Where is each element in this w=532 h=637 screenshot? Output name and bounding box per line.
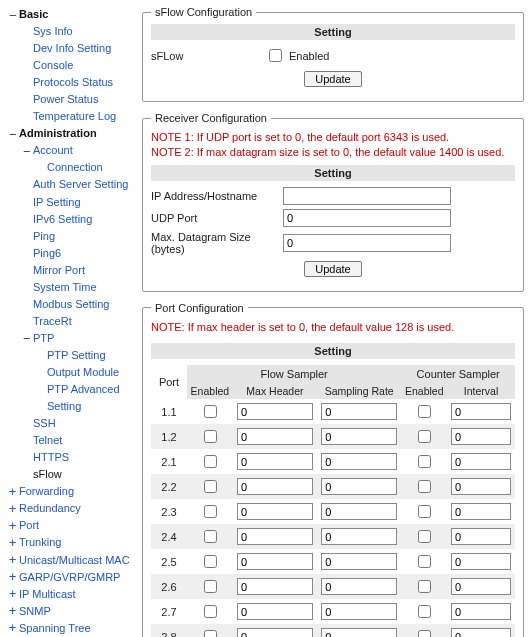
sidebar-item-ptp-setting[interactable]: PTP Setting [36,347,138,364]
receiver-update-button[interactable]: Update [304,261,361,277]
sidebar-item-ptp-advanced-setting[interactable]: PTP Advanced Setting [36,381,138,415]
expand-icon[interactable]: + [8,622,17,634]
sampling-rate-input[interactable] [321,603,397,620]
sidebar-item-administration[interactable]: Administration [19,125,97,142]
flow-enabled-checkbox[interactable] [204,430,217,443]
expand-icon[interactable]: + [8,486,17,498]
expand-icon[interactable]: + [8,520,17,532]
collapse-icon[interactable]: − [8,128,17,140]
max-header-input[interactable] [237,578,313,595]
max-header-input[interactable] [237,503,313,520]
flow-enabled-checkbox[interactable] [204,455,217,468]
interval-input[interactable] [451,603,511,620]
expand-icon[interactable]: + [8,571,17,583]
sampling-rate-input[interactable] [321,578,397,595]
flow-enabled-checkbox[interactable] [204,405,217,418]
expand-icon[interactable]: + [8,503,17,515]
expand-icon[interactable]: + [8,537,17,549]
collapse-icon[interactable]: − [22,145,31,157]
collapse-icon[interactable]: − [8,9,17,21]
receiver-udp-input[interactable] [283,209,451,227]
sidebar-item-dev-info-setting[interactable]: Dev Info Setting [22,40,138,57]
interval-input[interactable] [451,478,511,495]
sampling-rate-input[interactable] [321,528,397,545]
flow-enabled-checkbox[interactable] [204,580,217,593]
max-header-input[interactable] [237,428,313,445]
sampling-rate-input[interactable] [321,478,397,495]
sidebar-item-connection[interactable]: Connection [36,159,138,176]
sidebar-item-ip-setting[interactable]: IP Setting [22,194,138,211]
counter-enabled-checkbox[interactable] [418,555,431,568]
interval-input[interactable] [451,403,511,420]
counter-enabled-checkbox[interactable] [418,405,431,418]
flow-enabled-checkbox[interactable] [204,480,217,493]
counter-enabled-checkbox[interactable] [418,630,431,637]
sidebar-item-auth-server-setting[interactable]: Auth Server Setting [22,176,138,193]
interval-input[interactable] [451,528,511,545]
sidebar-item-ip-multicast[interactable]: IP Multicast [19,586,76,603]
sflow-enabled-checkbox[interactable] [269,49,282,62]
sampling-rate-input[interactable] [321,628,397,637]
counter-enabled-checkbox[interactable] [418,455,431,468]
interval-input[interactable] [451,578,511,595]
expand-icon[interactable]: + [8,605,17,617]
interval-input[interactable] [451,503,511,520]
sidebar-item-mirror-port[interactable]: Mirror Port [22,262,138,279]
max-header-input[interactable] [237,553,313,570]
sidebar-item-system-time[interactable]: System Time [22,279,138,296]
interval-input[interactable] [451,628,511,637]
sidebar-item-basic[interactable]: Basic [19,6,48,23]
max-header-input[interactable] [237,403,313,420]
sidebar-item-https[interactable]: HTTPS [22,449,138,466]
interval-input[interactable] [451,453,511,470]
counter-enabled-checkbox[interactable] [418,605,431,618]
flow-enabled-checkbox[interactable] [204,530,217,543]
sidebar-item-protocols-status[interactable]: Protocols Status [22,74,138,91]
counter-enabled-checkbox[interactable] [418,480,431,493]
sidebar-item-console[interactable]: Console [22,57,138,74]
sampling-rate-input[interactable] [321,503,397,520]
receiver-dg-input[interactable] [283,234,451,252]
sampling-rate-input[interactable] [321,428,397,445]
sidebar-item-ssh[interactable]: SSH [22,415,138,432]
flow-enabled-checkbox[interactable] [204,605,217,618]
counter-enabled-checkbox[interactable] [418,430,431,443]
sidebar-item-unicast-multicast-mac[interactable]: Unicast/Multicast MAC [19,552,130,569]
sidebar-item-trunking[interactable]: Trunking [19,534,61,551]
max-header-input[interactable] [237,528,313,545]
sidebar-item-sys-info[interactable]: Sys Info [22,23,138,40]
sampling-rate-input[interactable] [321,403,397,420]
sidebar-item-ptp[interactable]: PTP [33,330,54,347]
counter-enabled-checkbox[interactable] [418,580,431,593]
sidebar-item-output-module[interactable]: Output Module [36,364,138,381]
sidebar-item-ping6[interactable]: Ping6 [22,245,138,262]
expand-icon[interactable]: + [8,588,17,600]
sidebar-item-modbus-setting[interactable]: Modbus Setting [22,296,138,313]
sampling-rate-input[interactable] [321,553,397,570]
interval-input[interactable] [451,553,511,570]
sidebar-item-power-status[interactable]: Power Status [22,91,138,108]
sidebar-item-ipv6-setting[interactable]: IPv6 Setting [22,211,138,228]
sidebar-item-sflow[interactable]: sFlow [22,466,138,483]
interval-input[interactable] [451,428,511,445]
counter-enabled-checkbox[interactable] [418,505,431,518]
sidebar-item-account[interactable]: Account [33,142,73,159]
expand-icon[interactable]: + [8,554,17,566]
sidebar-item-tracert[interactable]: TraceRt [22,313,138,330]
sidebar-item-temperature-log[interactable]: Temperature Log [22,108,138,125]
max-header-input[interactable] [237,453,313,470]
sidebar-item-port[interactable]: Port [19,517,39,534]
max-header-input[interactable] [237,628,313,637]
counter-enabled-checkbox[interactable] [418,530,431,543]
sidebar-item-telnet[interactable]: Telnet [22,432,138,449]
flow-enabled-checkbox[interactable] [204,630,217,637]
max-header-input[interactable] [237,603,313,620]
sidebar-item-ping[interactable]: Ping [22,228,138,245]
sidebar-item-snmp[interactable]: SNMP [19,603,51,620]
sidebar-item-spanning-tree[interactable]: Spanning Tree [19,620,91,637]
sidebar-item-redundancy[interactable]: Redundancy [19,500,81,517]
collapse-icon[interactable]: − [22,332,31,344]
sidebar-item-forwarding[interactable]: Forwarding [19,483,74,500]
flow-enabled-checkbox[interactable] [204,555,217,568]
sampling-rate-input[interactable] [321,453,397,470]
